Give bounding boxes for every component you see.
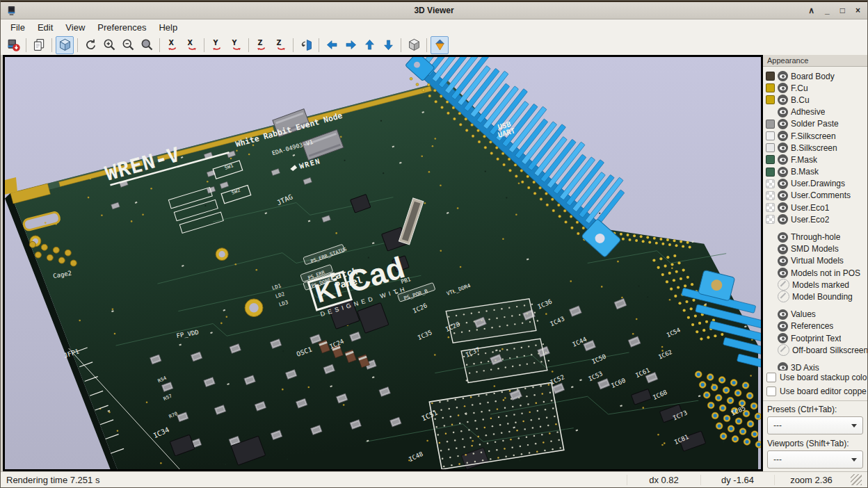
appearance-row-models-marked[interactable]: Models marked xyxy=(766,279,867,291)
menu-edit[interactable]: Edit xyxy=(31,21,59,34)
visibility-eye-icon[interactable] xyxy=(778,362,788,371)
layer-color-swatch[interactable] xyxy=(766,120,775,129)
visibility-eye-icon[interactable] xyxy=(778,71,788,81)
layer-color-swatch[interactable] xyxy=(766,72,775,81)
visibility-eye-icon[interactable] xyxy=(778,131,788,141)
visibility-eye-icon[interactable] xyxy=(778,179,788,189)
appearance-row-values[interactable]: Values xyxy=(766,309,867,320)
checkbox-box[interactable] xyxy=(766,387,776,396)
appearance-row-b-mask[interactable]: B.Mask xyxy=(766,166,867,178)
pan-down-button[interactable] xyxy=(379,36,397,54)
visibility-eye-icon[interactable] xyxy=(778,107,788,117)
show-3d-model-button[interactable] xyxy=(56,36,74,54)
visibility-eye-icon[interactable] xyxy=(778,232,788,243)
zoom-in-button[interactable] xyxy=(100,36,118,54)
use-board-editor-copper-checkbox[interactable]: Use board editor coppe xyxy=(763,384,867,398)
export-image-button[interactable] xyxy=(4,36,22,54)
menu-preferences[interactable]: Preferences xyxy=(91,21,152,34)
layer-color-swatch[interactable] xyxy=(766,191,775,200)
rotate-x-cw-button[interactable]: X xyxy=(182,36,200,54)
zoom-fit-button[interactable] xyxy=(138,36,156,54)
pan-up-button[interactable] xyxy=(360,36,378,54)
pan-right-button[interactable] xyxy=(341,36,360,54)
visibility-eye-icon[interactable] xyxy=(778,95,788,105)
viewports-dropdown[interactable]: --- xyxy=(767,450,863,469)
appearance-row-user-eco2[interactable]: User.Eco2 xyxy=(766,213,867,225)
rotate-x-ccw-button[interactable]: X xyxy=(163,36,182,54)
appearance-row-through-hole[interactable]: Through-hole xyxy=(766,231,867,243)
use-board-stackup-colors-checkbox[interactable]: Use board stackup colo xyxy=(763,371,867,384)
appearance-row-b-silkscreen[interactable]: B.Silkscreen xyxy=(766,142,867,154)
maximize-button[interactable]: □ xyxy=(840,6,845,15)
menu-file[interactable]: File xyxy=(4,21,31,34)
checkbox-box[interactable] xyxy=(766,373,776,382)
shade-button[interactable]: ∧ xyxy=(808,6,814,15)
rotate-z-cw-button[interactable]: Z xyxy=(271,36,289,54)
appearance-row-footprint-text[interactable]: Footprint Text xyxy=(766,332,867,344)
menu-help[interactable]: Help xyxy=(152,21,184,34)
3d-viewport[interactable]: WREN-VWhite Rabbit Event NodeEDA-04903-V… xyxy=(3,55,763,471)
minimize-button[interactable]: _ xyxy=(825,6,830,15)
appearance-row-b-cu[interactable]: B.Cu xyxy=(766,94,867,106)
appearance-row-models-not-in-pos[interactable]: Models not in POS xyxy=(766,267,867,279)
visibility-eye-icon[interactable] xyxy=(778,83,788,93)
close-button[interactable]: × xyxy=(855,6,860,15)
rotate-y-ccw-button[interactable]: Y xyxy=(208,36,226,54)
visibility-eye-icon[interactable] xyxy=(778,154,788,165)
reload-board-button[interactable] xyxy=(81,36,99,54)
visibility-eye-icon[interactable] xyxy=(778,190,788,201)
visibility-eye-icon[interactable] xyxy=(778,333,788,343)
visibility-eye-icon[interactable] xyxy=(778,309,788,320)
layer-color-swatch[interactable] xyxy=(766,155,775,164)
rotate-y-cw-button[interactable]: Y xyxy=(227,36,245,54)
pan-left-button[interactable] xyxy=(323,36,341,54)
layer-color-swatch[interactable] xyxy=(766,95,775,104)
appearance-row-user-eco1[interactable]: User.Eco1 xyxy=(766,202,867,213)
resize-grip[interactable] xyxy=(851,474,862,485)
visibility-eye-icon[interactable] xyxy=(778,214,788,225)
visibility-eye-icon[interactable] xyxy=(778,143,788,153)
visibility-eye-icon[interactable] xyxy=(778,256,788,266)
layer-color-swatch[interactable] xyxy=(766,215,775,224)
appearance-row-3d-axis[interactable]: 3D Axis xyxy=(766,361,867,371)
appearance-row-references[interactable]: References xyxy=(766,320,867,332)
appearance-row-f-cu[interactable]: F.Cu xyxy=(766,82,867,94)
visibility-eye-icon[interactable] xyxy=(778,167,788,177)
layer-color-swatch[interactable] xyxy=(766,168,775,177)
layer-color-swatch[interactable] xyxy=(766,179,775,188)
orthographic-projection-button[interactable] xyxy=(405,36,423,54)
appearance-row-off-board-silkscreen[interactable]: Off-board Silkscreen xyxy=(766,344,867,356)
appearance-row-label: B.Silkscreen xyxy=(791,143,837,153)
menu-view[interactable]: View xyxy=(59,21,91,34)
layer-color-swatch[interactable] xyxy=(766,131,775,140)
visibility-off-icon[interactable] xyxy=(778,344,789,356)
appearance-row-user-drawings[interactable]: User.Drawings xyxy=(766,178,867,190)
visibility-off-icon[interactable] xyxy=(778,279,789,291)
appearance-row-f-silkscreen[interactable]: F.Silkscreen xyxy=(766,130,867,142)
appearance-row-model-bounding[interactable]: Model Bounding xyxy=(766,291,867,302)
appearance-row-adhesive[interactable]: Adhesive xyxy=(766,106,867,118)
visibility-eye-icon[interactable] xyxy=(778,119,788,129)
visibility-eye-icon[interactable] xyxy=(778,321,788,332)
copy-image-button[interactable] xyxy=(30,36,48,54)
gem-icon xyxy=(433,38,447,52)
visibility-eye-icon[interactable] xyxy=(778,268,788,278)
flip-board-button[interactable] xyxy=(297,36,315,54)
layer-color-swatch[interactable] xyxy=(766,143,775,152)
appearance-row-smd-models[interactable]: SMD Models xyxy=(766,243,867,255)
appearance-row-f-mask[interactable]: F.Mask xyxy=(766,154,867,165)
refresh-icon xyxy=(83,38,98,52)
presets-dropdown[interactable]: --- xyxy=(767,416,863,434)
raytracing-button[interactable] xyxy=(431,36,449,54)
visibility-eye-icon[interactable] xyxy=(778,244,788,254)
zoom-out-button[interactable] xyxy=(119,36,137,54)
appearance-row-user-comments[interactable]: User.Comments xyxy=(766,190,867,202)
visibility-eye-icon[interactable] xyxy=(778,202,788,213)
rotate-z-ccw-button[interactable]: Z xyxy=(252,36,271,54)
visibility-off-icon[interactable] xyxy=(778,291,789,302)
appearance-row-board-body[interactable]: Board Body xyxy=(766,70,867,82)
layer-color-swatch[interactable] xyxy=(766,203,775,212)
appearance-row-virtual-models[interactable]: Virtual Models xyxy=(766,255,867,267)
layer-color-swatch[interactable] xyxy=(766,83,775,92)
appearance-row-solder-paste[interactable]: Solder Paste xyxy=(766,118,867,130)
